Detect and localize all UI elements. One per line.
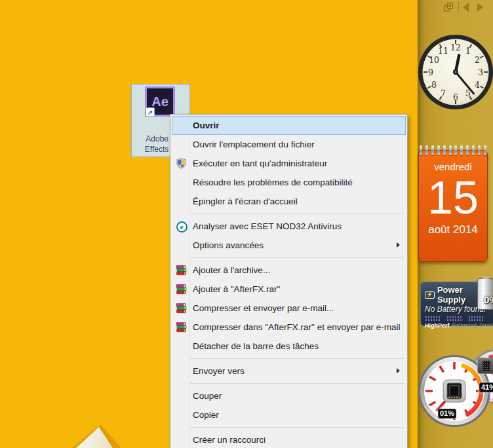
mode-highperf[interactable]: HighPerf [425,322,450,329]
winrar-icon [176,265,187,276]
menu-item-label: Exécuter en tant qu'administrateur [193,159,327,168]
ram-usage-badge: 41% [479,383,493,392]
menu-item-couper[interactable]: Couper [172,386,406,405]
menu-item-resoudre-compatibilite[interactable]: Résoudre les problèmes de compatibilité [172,173,406,192]
menu-separator [189,358,404,359]
menu-item-creer-raccourci[interactable]: Créer un raccourci [172,430,406,448]
pwrsave-meter [468,316,484,322]
menu-item-analyser-eset[interactable]: e Analyser avec ESET NOD32 Antivirus [172,217,406,236]
sidebar-controls-divider [458,2,459,12]
power-mode-meters [425,316,493,322]
svg-text:10: 10 [429,55,439,65]
spiral-binding [420,145,486,155]
menu-separator [189,427,404,428]
menu-item-compresser-email[interactable]: Compresser et envoyer par e-mail... [172,299,406,318]
context-menu: Ouvrir Ouvrir l'emplacement du fichier E… [170,114,408,448]
winrar-icon [176,284,187,295]
svg-text:11: 11 [438,46,448,56]
cpu-usage-badge: 01% [438,409,456,419]
clock-hub-dot [455,71,457,73]
winrar-icon [176,322,187,333]
svg-text:9: 9 [428,67,433,77]
menu-item-label: Options avancées [193,240,264,250]
menu-item-label: Copier [193,410,219,420]
menu-item-ouvrir[interactable]: Ouvrir [172,116,406,135]
menu-item-label: Couper [193,391,222,401]
svg-text:7: 7 [441,88,446,98]
clock-gadget[interactable]: 12 1 2 3 4 5 6 7 8 9 10 11 [418,34,493,110]
menu-item-epingler-accueil[interactable]: Épingler à l'écran d'accueil [172,192,406,211]
calendar-weekday: vendredi [419,161,487,172]
svg-text:6: 6 [453,92,458,102]
calendar-page: vendredi 15 août 2014 [418,150,488,262]
menu-separator [189,383,404,384]
submenu-arrow-icon [397,242,400,248]
menu-item-label: Ouvrir [193,121,220,130]
svg-text:1: 1 [465,46,471,56]
shortcut-arrow-icon: ↗ [146,107,155,117]
menu-item-label: Résoudre les problèmes de compatibilité [193,177,353,187]
svg-text:12: 12 [450,43,461,52]
mode-pwrsave[interactable]: PwrSave [479,322,493,329]
menu-item-label: Épingler à l'écran d'accueil [193,196,298,206]
menu-item-label: Compresser et envoyer par e-mail... [193,303,334,313]
menu-item-label: Détacher de la barre des tâches [193,341,319,351]
menu-item-label: Ouvrir l'emplacement du fichier [193,140,315,149]
svg-text:4: 4 [475,80,480,90]
menu-item-options-avancees[interactable]: Options avancées [172,236,406,255]
menu-item-ouvrir-emplacement[interactable]: Ouvrir l'emplacement du fichier [172,135,406,154]
calendar-day: 15 [419,172,487,223]
menu-item-ajouter-archive[interactable]: Ajouter à l'archive... [172,261,406,280]
calendar-gadget[interactable]: vendredi 15 août 2014 [418,145,488,263]
desktop: Ae ↗ Adobe A Effects C [0,0,493,448]
calendar-month-year: août 2014 [419,223,487,236]
menu-item-label: Analyser avec ESET NOD32 Antivirus [193,221,342,231]
gadget-sidebar: 12 1 2 3 4 5 6 7 8 9 10 11 [418,0,493,448]
menu-separator [189,257,404,258]
menu-item-label: Compresser dans "AfterFX.rar" et envoyer… [193,322,400,332]
menu-item-executer-admin[interactable]: Exécuter en tant qu'administrateur [172,154,406,173]
svg-text:8: 8 [431,80,437,90]
menu-item-ajouter-afterfx-rar[interactable]: Ajouter à "AfterFX.rar" [172,280,406,299]
ram-chip-icon [477,358,493,374]
balanced-meter [446,316,462,322]
menu-item-label: Ajouter à "AfterFX.rar" [193,284,280,294]
menu-item-label: Créer un raccourci [193,435,266,445]
mode-balanced[interactable]: Balanced [452,322,477,329]
next-gadget-arrow-icon[interactable] [477,3,483,12]
submenu-arrow-icon [397,368,400,373]
svg-text:2: 2 [475,55,480,65]
svg-text:3: 3 [478,67,483,77]
gadgets-layers-icon[interactable] [443,2,454,12]
menu-item-compresser-dans-email[interactable]: Compresser dans "AfterFX.rar" et envoyer… [172,318,406,337]
sidebar-controls [443,1,492,13]
menu-item-detacher-barre-taches[interactable]: Détacher de la barre des tâches [172,337,406,356]
battery-percentage: 0% [484,294,493,305]
menu-item-label: Envoyer vers [193,366,245,376]
winrar-icon [176,303,187,314]
cpu-chip-die [450,386,459,396]
menu-item-copier[interactable]: Copier [172,405,406,424]
eset-icon: e [176,221,187,233]
prev-gadget-arrow-icon[interactable] [463,3,469,12]
power-supply-gadget[interactable]: ⚡ Power Supply No Battery found! HighPer… [420,282,493,326]
power-plug-icon: ⚡ [425,291,435,299]
highperf-meter [425,316,441,322]
menu-item-label: Ajouter à l'archive... [193,265,270,275]
menu-item-envoyer-vers[interactable]: Envoyer vers [172,362,406,381]
menu-separator [189,214,404,214]
uac-shield-icon [176,158,187,169]
